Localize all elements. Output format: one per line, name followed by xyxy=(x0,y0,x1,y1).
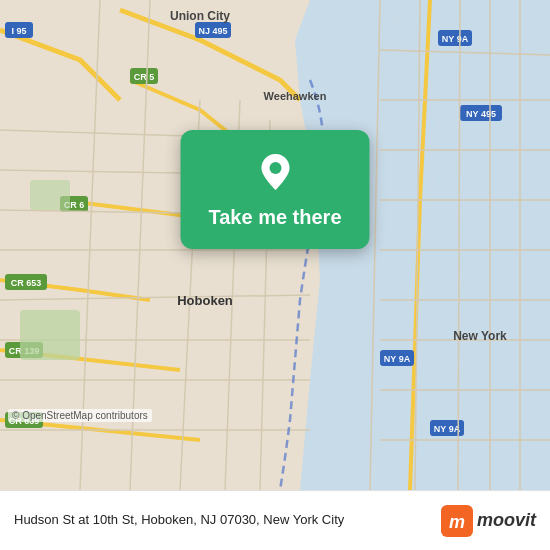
address-text: Hudson St at 10th St, Hoboken, NJ 07030,… xyxy=(14,511,441,529)
moovit-logo: m moovit xyxy=(441,505,536,537)
copyright-text: © OpenStreetMap contributors xyxy=(8,409,152,422)
svg-text:NY 9A: NY 9A xyxy=(442,34,469,44)
svg-text:CR 653: CR 653 xyxy=(11,278,42,288)
moovit-name: moovit xyxy=(477,510,536,531)
svg-text:CR 5: CR 5 xyxy=(134,72,155,82)
svg-text:I 95: I 95 xyxy=(11,26,26,36)
svg-rect-53 xyxy=(30,180,70,210)
svg-text:NY 495: NY 495 xyxy=(466,109,496,119)
moovit-icon: m xyxy=(441,505,473,537)
svg-text:m: m xyxy=(449,512,465,532)
take-me-there-card[interactable]: Take me there xyxy=(180,130,369,249)
svg-text:New York: New York xyxy=(453,329,507,343)
svg-text:NY 9A: NY 9A xyxy=(434,424,461,434)
svg-text:NJ 495: NJ 495 xyxy=(198,26,227,36)
svg-text:Union City: Union City xyxy=(170,9,230,23)
svg-rect-52 xyxy=(20,310,80,360)
bottom-bar: Hudson St at 10th St, Hoboken, NJ 07030,… xyxy=(0,490,550,550)
svg-text:NY 9A: NY 9A xyxy=(384,354,411,364)
svg-text:Hoboken: Hoboken xyxy=(177,293,233,308)
map-container: I 95 NJ 495 CR 5 CR 6 CR 653 CR 139 CR 6… xyxy=(0,0,550,490)
take-me-there-label: Take me there xyxy=(208,206,341,229)
pin-icon xyxy=(251,148,299,196)
svg-point-59 xyxy=(269,162,281,174)
svg-text:Weehawken: Weehawken xyxy=(264,90,327,102)
